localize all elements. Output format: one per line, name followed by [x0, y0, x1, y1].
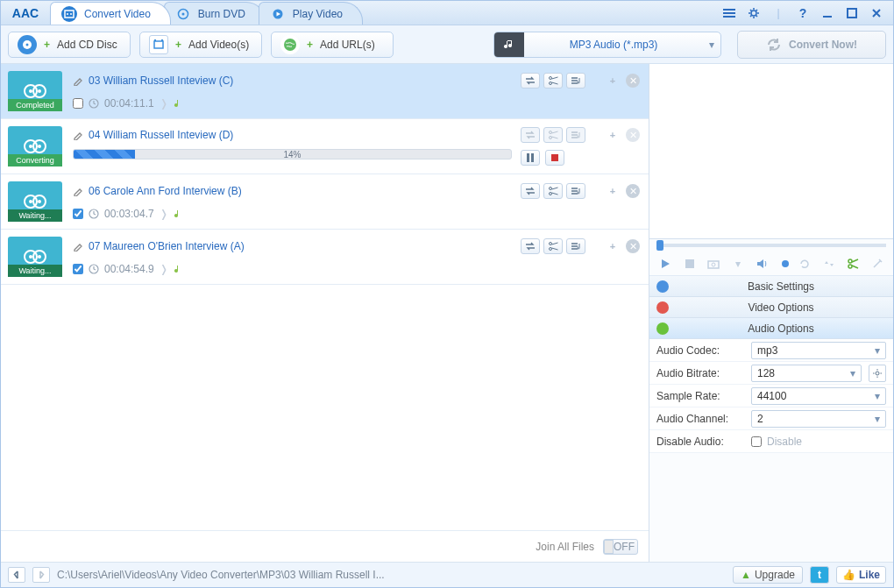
music-note-icon: [174, 264, 184, 274]
play-icon: [270, 6, 286, 22]
add-video-button[interactable]: + Add Video(s): [139, 32, 262, 58]
minimize-icon[interactable]: [818, 4, 837, 22]
playlist-icon[interactable]: [566, 183, 585, 199]
help-icon[interactable]: ?: [793, 4, 812, 22]
item-checkbox[interactable]: [73, 98, 83, 109]
convert-now-button[interactable]: Convert Now!: [737, 31, 886, 59]
sample-rate-select[interactable]: 44100▾: [751, 387, 886, 405]
volume-slider[interactable]: [778, 260, 789, 267]
list-item[interactable]: Waiting...07 Maureen O'Brien Interview (…: [1, 230, 649, 285]
close-icon[interactable]: [867, 4, 886, 22]
scissors-icon[interactable]: [844, 255, 862, 273]
list-item[interactable]: Completed03 William Russell Inteview (C)…: [1, 64, 649, 119]
progress-percent: 14%: [74, 150, 511, 159]
chevron-down-icon: ▾: [729, 255, 747, 273]
item-thumbnail: Converting: [8, 126, 62, 166]
swap-icon[interactable]: [521, 183, 540, 199]
refresh-icon: [766, 37, 782, 53]
twitter-button[interactable]: t: [810, 566, 829, 584]
facebook-like-button[interactable]: 👍Like: [836, 566, 886, 584]
swap-icon[interactable]: [521, 238, 540, 254]
pause-button[interactable]: [521, 150, 540, 166]
svg-rect-32: [531, 153, 534, 162]
svg-point-29: [550, 131, 552, 134]
clock-icon: [89, 98, 99, 109]
globe-icon: [280, 35, 300, 54]
tab-convert-video[interactable]: Convert Video: [50, 2, 171, 25]
item-title[interactable]: 04 William Russell Inteview (D): [89, 129, 233, 141]
scissors-icon[interactable]: [543, 183, 563, 199]
disable-audio-checkbox[interactable]: [751, 436, 762, 447]
edit-icon[interactable]: [73, 75, 83, 86]
list-item[interactable]: Waiting...06 Carole Ann Ford Interview (…: [1, 174, 649, 230]
nav-prev-button[interactable]: [8, 567, 25, 583]
gear-icon[interactable]: [744, 4, 763, 22]
item-checkbox[interactable]: [73, 209, 83, 219]
snapshot-icon: [706, 255, 723, 273]
bitrate-settings-button[interactable]: [869, 365, 886, 382]
preview-play-icon[interactable]: [656, 255, 674, 273]
svg-rect-48: [708, 261, 719, 268]
maximize-icon[interactable]: [842, 4, 862, 22]
add-icon: +: [603, 127, 622, 143]
output-path: C:\Users\Ariel\Videos\Any Video Converte…: [57, 569, 726, 581]
scissors-icon[interactable]: [543, 238, 563, 254]
tab-burn-dvd[interactable]: Burn DVD: [164, 2, 266, 25]
video-options-header[interactable]: Video Options: [649, 297, 893, 318]
audio-options-header[interactable]: Audio Options: [649, 318, 893, 339]
add-icon[interactable]: +: [603, 238, 622, 254]
button-label: Add CD Disc: [57, 39, 117, 51]
basic-settings-header[interactable]: Basic Settings: [649, 276, 893, 297]
audio-codec-select[interactable]: mp3▾: [751, 342, 886, 359]
profile-label: MP3 Audio (*.mp3): [524, 39, 703, 51]
chevron-right-icon: ❭: [160, 97, 168, 110]
toggle-knob: [604, 540, 614, 554]
list-item[interactable]: Converting04 William Russell Inteview (D…: [1, 119, 649, 174]
item-title[interactable]: 06 Carole Ann Ford Interview (B): [89, 185, 242, 197]
swap-icon[interactable]: [521, 73, 540, 89]
scissors-icon[interactable]: [543, 73, 563, 89]
section-label: Basic Settings: [676, 280, 886, 293]
playlist-icon[interactable]: [566, 73, 585, 89]
remove-icon[interactable]: ✕: [626, 74, 640, 88]
audio-bitrate-label: Audio Bitrate:: [656, 367, 744, 379]
svg-point-44: [550, 243, 552, 245]
wand-icon: [869, 255, 886, 273]
item-title[interactable]: 03 William Russell Inteview (C): [89, 74, 233, 87]
section-label: Video Options: [676, 301, 886, 314]
main-tabs: Convert Video Burn DVD Play Video: [50, 1, 356, 25]
item-title[interactable]: 07 Maureen O'Brien Interview (A): [89, 240, 245, 252]
edit-icon[interactable]: [73, 186, 83, 196]
output-profile-dropdown[interactable]: MP3 Audio (*.mp3) ▾: [493, 32, 721, 58]
stop-button[interactable]: [545, 150, 564, 166]
item-checkbox[interactable]: [73, 264, 83, 274]
add-url-button[interactable]: + Add URL(s): [271, 32, 394, 58]
item-thumbnail: Completed: [8, 71, 62, 111]
edit-icon[interactable]: [73, 241, 83, 251]
tab-play-video[interactable]: Play Video: [259, 2, 363, 25]
volume-icon[interactable]: [754, 255, 771, 273]
add-icon[interactable]: +: [603, 73, 622, 89]
svg-point-38: [550, 193, 552, 195]
chevron-down-icon: ▾: [703, 39, 720, 51]
upgrade-button[interactable]: ▲Upgrade: [733, 566, 803, 584]
playlist-icon[interactable]: [566, 238, 585, 254]
join-all-toggle[interactable]: OFF: [603, 539, 638, 555]
edit-icon[interactable]: [73, 130, 83, 140]
item-thumbnail: Waiting...: [8, 181, 62, 222]
remove-icon[interactable]: ✕: [626, 239, 640, 253]
status-badge: Waiting...: [8, 209, 62, 222]
svg-point-51: [848, 265, 852, 268]
nav-next-button[interactable]: [32, 567, 50, 583]
svg-point-49: [712, 263, 715, 266]
svg-point-41: [29, 255, 32, 259]
add-icon[interactable]: +: [603, 183, 622, 199]
menu-small-icon[interactable]: [720, 4, 739, 22]
add-cd-button[interactable]: + Add CD Disc: [8, 32, 131, 58]
audio-channel-select[interactable]: 2▾: [751, 410, 886, 428]
svg-point-21: [38, 89, 41, 93]
remove-icon[interactable]: ✕: [626, 184, 640, 198]
join-all-label: Join All Files: [536, 541, 594, 553]
preview-seek-slider[interactable]: [649, 239, 893, 251]
audio-bitrate-select[interactable]: 128▾: [751, 365, 862, 382]
